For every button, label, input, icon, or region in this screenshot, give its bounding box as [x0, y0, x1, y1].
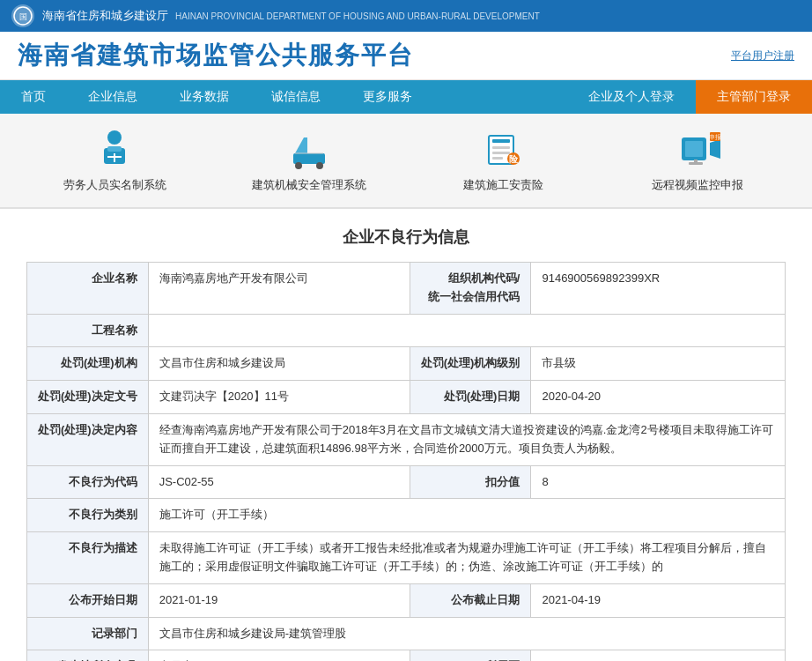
value-location-city: 文昌市 — [148, 650, 410, 661]
labor-icon — [90, 128, 139, 170]
label-project-name: 工程名称 — [27, 314, 149, 347]
value-bad-code: JS-C02-55 — [148, 465, 410, 499]
nav-login-personal[interactable]: 企业及个人登录 — [567, 80, 696, 114]
labor-label: 劳务人员实名制系统 — [63, 177, 166, 193]
value-record-dept: 文昌市住房和城乡建设局-建筑管理股 — [148, 617, 785, 650]
value-doc-number: 文建罚决字【2020】11号 — [148, 381, 410, 414]
label-district: 所属区 — [410, 650, 531, 661]
content-area: 企业不良行为信息 企业名称 海南鸿嘉房地产开发有限公司 组织机构代码/统一社会信… — [0, 209, 812, 661]
quick-item-labor[interactable]: 劳务人员实名制系统 — [18, 128, 212, 193]
table-row: 不良行为代码 JS-C02-55 扣分值 8 — [27, 465, 786, 499]
gov-seal-icon: 国 — [11, 4, 35, 28]
table-row: 企业名称 海南鸿嘉房地产开发有限公司 组织机构代码/统一社会信用代码 91469… — [27, 263, 786, 315]
table-row: 工程名称 — [27, 314, 786, 347]
gov-bar: 国 海南省住房和城乡建设厅 HAINAN PROVINCIAL DEPARTME… — [0, 0, 812, 32]
main-nav: 首页 企业信息 业务数据 诚信信息 更多服务 企业及个人登录 主管部门登录 — [0, 80, 812, 114]
value-project-name — [148, 314, 785, 347]
nav-credit-info[interactable]: 诚信信息 — [250, 80, 342, 114]
video-icon: 申报 — [673, 128, 722, 170]
label-penalty-org: 处罚(处理)机构 — [27, 347, 149, 381]
site-header: 海南省建筑市场监管公共服务平台 平台用户注册 — [0, 32, 812, 80]
label-bad-desc: 不良行为描述 — [27, 532, 149, 584]
gov-sub-name: HAINAN PROVINCIAL DEPARTMENT OF HOUSING … — [175, 11, 540, 21]
gov-name: 海南省住房和城乡建设厅 — [42, 8, 168, 24]
quick-item-machinery[interactable]: 建筑机械安全管理系统 — [212, 128, 407, 193]
svg-rect-25 — [694, 160, 698, 163]
machinery-icon — [284, 128, 334, 170]
platform-register-link[interactable]: 平台用户注册 — [731, 48, 794, 63]
insurance-icon: 险 — [478, 128, 528, 170]
table-row: 处罚(处理)决定文号 文建罚决字【2020】11号 处罚(处理)日期 2020-… — [27, 381, 786, 414]
value-bad-type: 施工许可（开工手续） — [148, 499, 785, 532]
label-penalty-content: 处罚(处理)决定内容 — [27, 413, 149, 465]
label-bad-type: 不良行为类别 — [27, 499, 149, 532]
label-location-city: 发生地所在市县 — [27, 650, 149, 661]
value-penalty-date: 2020-04-20 — [531, 381, 786, 414]
svg-text:申报: 申报 — [709, 134, 720, 140]
svg-rect-17 — [492, 152, 510, 154]
label-org-code: 组织机构代码/统一社会信用代码 — [410, 263, 531, 315]
table-row: 处罚(处理)决定内容 经查海南鸿嘉房地产开发有限公司于2018年3月在文昌市文城… — [27, 413, 786, 465]
nav-business-data[interactable]: 业务数据 — [159, 80, 250, 114]
page-title: 企业不良行为信息 — [26, 227, 786, 248]
svg-point-13 — [316, 162, 323, 169]
svg-marker-23 — [710, 139, 720, 159]
label-penalty-date: 处罚(处理)日期 — [410, 381, 531, 414]
label-penalty-org-level: 处罚(处理)机构级别 — [410, 347, 531, 381]
svg-rect-15 — [492, 139, 510, 143]
label-doc-number: 处罚(处理)决定文号 — [27, 381, 149, 414]
nav-company-info[interactable]: 企业信息 — [67, 80, 159, 114]
value-penalty-org: 文昌市住房和城乡建设局 — [148, 347, 410, 381]
value-penalty-org-level: 市县级 — [531, 347, 786, 381]
info-table: 企业名称 海南鸿嘉房地产开发有限公司 组织机构代码/统一社会信用代码 91469… — [26, 262, 786, 661]
value-district — [531, 650, 786, 661]
nav-home[interactable]: 首页 — [0, 80, 67, 114]
value-org-code: 9146900569892399XR — [531, 263, 786, 315]
table-row: 发生地所在市县 文昌市 所属区 — [27, 650, 786, 661]
svg-text:险: 险 — [509, 154, 519, 164]
svg-text:国: 国 — [19, 12, 27, 21]
label-deduct-score: 扣分值 — [410, 465, 531, 499]
nav-more-services[interactable]: 更多服务 — [342, 80, 433, 114]
quick-item-insurance[interactable]: 险 建筑施工安责险 — [406, 128, 601, 193]
insurance-label: 建筑施工安责险 — [463, 177, 543, 193]
quick-item-video[interactable]: 申报 远程视频监控申报 — [601, 128, 795, 193]
label-publish-end: 公布截止日期 — [410, 583, 531, 617]
table-row: 记录部门 文昌市住房和城乡建设局-建筑管理股 — [27, 617, 786, 650]
machinery-label: 建筑机械安全管理系统 — [252, 177, 366, 193]
svg-rect-22 — [685, 141, 703, 157]
table-row: 公布开始日期 2021-01-19 公布截止日期 2021-04-19 — [27, 583, 786, 617]
value-publish-start: 2021-01-19 — [148, 583, 410, 617]
svg-point-3 — [107, 130, 122, 145]
label-publish-start: 公布开始日期 — [27, 583, 149, 617]
label-record-dept: 记录部门 — [27, 617, 149, 650]
label-bad-code: 不良行为代码 — [27, 465, 149, 499]
value-bad-desc: 未取得施工许可证（开工手续）或者开工报告未经批准或者为规避办理施工许可证（开工手… — [148, 532, 785, 584]
value-deduct-score: 8 — [531, 465, 786, 499]
value-publish-end: 2021-04-19 — [531, 583, 786, 617]
label-company-name: 企业名称 — [27, 263, 149, 315]
svg-rect-16 — [492, 146, 510, 149]
table-row: 不良行为描述 未取得施工许可证（开工手续）或者开工报告未经批准或者为规避办理施工… — [27, 532, 786, 584]
nav-login-admin[interactable]: 主管部门登录 — [696, 80, 812, 114]
value-penalty-content: 经查海南鸿嘉房地产开发有限公司于2018年3月在文昌市文城镇文清大道投资建设的鸿… — [148, 413, 785, 465]
table-row: 不良行为类别 施工许可（开工手续） — [27, 499, 786, 532]
video-label: 远程视频监控申报 — [652, 177, 743, 193]
svg-point-12 — [295, 162, 302, 169]
value-company-name: 海南鸿嘉房地产开发有限公司 — [148, 263, 410, 315]
site-title: 海南省建筑市场监管公共服务平台 — [18, 39, 414, 72]
quick-access-bar: 劳务人员实名制系统 建筑机械安全管理系统 险 — [0, 114, 812, 209]
svg-rect-5 — [107, 146, 122, 152]
table-row: 处罚(处理)机构 文昌市住房和城乡建设局 处罚(处理)机构级别 市县级 — [27, 347, 786, 381]
svg-rect-18 — [492, 157, 503, 160]
svg-marker-10 — [295, 137, 307, 153]
